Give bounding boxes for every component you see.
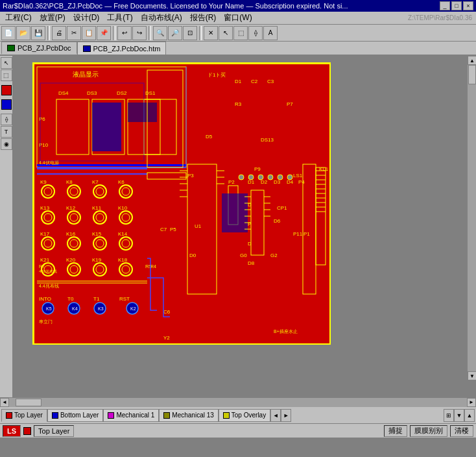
tab-label-pcbdoc: PCB_ZJ.PcbDoc (18, 44, 71, 52)
svg-rect-22 (92, 103, 121, 151)
pcb-canvas[interactable]: 液晶显示 DS4 DS3 DS2 DS1 ド1ト买 D1 C2 C3 (13, 56, 476, 397)
svg-text:P4: P4 (298, 179, 305, 185)
menu-place[interactable]: 放置(P) (36, 11, 69, 25)
zoom-fit-button[interactable]: ⊡ (183, 26, 197, 40)
left-tool-pad[interactable]: ◉ (1, 138, 12, 150)
layer-down-button[interactable]: ▼ (454, 409, 464, 422)
svg-point-67 (70, 266, 78, 273)
maximize-button[interactable]: □ (451, 1, 462, 10)
svg-text:K13: K13 (40, 205, 50, 211)
layer-more-button[interactable]: ⊞ (444, 409, 454, 422)
tab-pcbdoc-htm[interactable]: PCB_ZJ.PcbDoc.htm (77, 42, 167, 55)
menu-reports[interactable]: 报告(R) (186, 11, 220, 25)
tab-icon-pcbdoc (7, 45, 15, 51)
svg-text:R5: R5 (145, 264, 152, 269)
pcb-board: 液晶显示 DS4 DS3 DS2 DS1 ド1ト买 D1 C2 C3 (32, 62, 331, 345)
new-button[interactable]: 📄 (1, 26, 16, 40)
status-ls: LS (3, 425, 21, 437)
layer-tab-top[interactable]: Top Layer (1, 409, 47, 422)
cut-button[interactable]: ✂ (67, 26, 81, 40)
print-button[interactable]: 🖨 (52, 26, 66, 40)
layer-tab-bottom[interactable]: Bottom Layer (47, 409, 103, 422)
svg-point-43 (70, 188, 78, 195)
scroll-track[interactable] (468, 65, 476, 371)
paste-button[interactable]: 📌 (97, 26, 111, 40)
menu-project[interactable]: 工程(C) (1, 11, 36, 25)
left-tool-text[interactable]: T (1, 126, 12, 138)
zoom-in-button[interactable]: 🔍 (153, 26, 167, 40)
svg-text:C7: C7 (160, 227, 167, 232)
h-scroll-track[interactable] (9, 398, 467, 407)
tab-pcbdoc[interactable]: PCB_ZJ.PcbDoc (1, 42, 77, 55)
status-bar: LS Top Layer 捕捉 膜膜别别 清楼 (0, 423, 476, 438)
scroll-thumb[interactable] (468, 65, 476, 84)
svg-point-49 (44, 214, 52, 221)
layer-tab-mech13[interactable]: Mechanical 13 (159, 409, 218, 422)
minimize-button[interactable]: _ (440, 1, 450, 10)
svg-text:C3: C3 (267, 79, 274, 84)
h-scroll-thumb[interactable] (16, 399, 42, 406)
zoom-out-button[interactable]: 🔎 (168, 26, 182, 40)
toolbar-separator-4 (199, 26, 202, 40)
svg-text:D1: D1 (235, 79, 242, 84)
redo-button[interactable]: ↪ (132, 26, 147, 40)
left-tool-route[interactable]: ⟠ (1, 114, 12, 125)
svg-text:P11: P11 (293, 231, 303, 237)
undo-button[interactable]: ↩ (117, 26, 132, 40)
layer-label-bottom: Bottom Layer (60, 412, 99, 419)
svg-rect-88 (187, 164, 217, 294)
layer-tabs: Top Layer Bottom Layer Mechanical 1 Mech… (0, 406, 476, 423)
svg-text:K14: K14 (118, 231, 128, 237)
left-tool-select[interactable]: ⬚ (1, 69, 12, 81)
menu-window[interactable]: 窗口(W) (220, 11, 256, 25)
svg-text:K18: K18 (118, 257, 128, 263)
svg-text:P2: P2 (228, 179, 235, 185)
svg-text:K19: K19 (92, 257, 102, 263)
svg-text:T1: T1 (93, 296, 100, 302)
layer-tab-prev[interactable]: ◄ (270, 409, 281, 422)
cursor-button[interactable]: ↖ (219, 26, 233, 40)
layer-tab-mech1[interactable]: Mechanical 1 (103, 409, 159, 422)
path-display: Z:\TEMP\Rar$DIa0.36 (408, 14, 472, 21)
svg-point-145 (278, 175, 283, 180)
svg-text:K8: K8 (66, 179, 73, 185)
scroll-up-button[interactable]: ▲ (468, 56, 476, 65)
menu-autoroute[interactable]: 自动布线(A) (137, 11, 186, 25)
svg-text:DS3: DS3 (87, 90, 97, 96)
route-button[interactable]: ⟠ (248, 26, 263, 40)
scroll-right-button[interactable]: ► (467, 398, 476, 407)
open-button[interactable]: 📂 (16, 26, 30, 40)
svg-text:DS1: DS1 (145, 90, 156, 96)
left-tool-arrow[interactable]: ↖ (1, 57, 12, 69)
doc-tabs: PCB_ZJ.PcbDoc PCB_ZJ.PcbDoc.htm (0, 42, 476, 56)
select-button[interactable]: ⬚ (233, 26, 248, 40)
cross-button[interactable]: ✕ (204, 26, 218, 40)
layer-dot-top (6, 412, 12, 419)
status-layer-color (23, 427, 31, 435)
layer-up-button[interactable]: ▲ (464, 409, 475, 422)
svg-point-61 (96, 240, 104, 247)
left-toolbar: ↖ ⬚ ⟠ T ◉ (0, 56, 13, 397)
svg-text:P7: P7 (287, 101, 293, 107)
save-button[interactable]: 💾 (31, 26, 45, 40)
svg-text:LS1: LS1 (293, 173, 303, 179)
svg-rect-23 (128, 103, 157, 122)
scroll-left-button[interactable]: ◄ (0, 398, 9, 407)
svg-text:液晶显示: 液晶显示 (73, 71, 99, 78)
copy-button[interactable]: 📋 (82, 26, 96, 40)
bottom-scrollbar[interactable]: ◄ ► (0, 397, 476, 406)
svg-text:ド1ト买: ド1ト买 (208, 72, 226, 78)
svg-text:G0: G0 (240, 253, 247, 258)
title-text: Rar$DIa0.362\PCB_ZJ.PcbDoc — Free Docume… (3, 2, 440, 10)
layer-tab-topoverlay[interactable]: Top Overlay (219, 409, 270, 422)
svg-text:K7: K7 (92, 179, 99, 185)
close-button[interactable]: × (463, 1, 473, 10)
svg-point-47 (122, 188, 130, 195)
right-scrollbar[interactable]: ▲ ▼ (467, 56, 476, 380)
scroll-down-button[interactable]: ▼ (468, 371, 476, 380)
menu-design[interactable]: 设计(D) (69, 11, 104, 25)
text-button[interactable]: A (263, 26, 278, 40)
menu-tools[interactable]: 工具(T) (103, 11, 136, 25)
layer-tab-next[interactable]: ► (281, 409, 291, 422)
svg-text:P9: P9 (254, 166, 261, 172)
